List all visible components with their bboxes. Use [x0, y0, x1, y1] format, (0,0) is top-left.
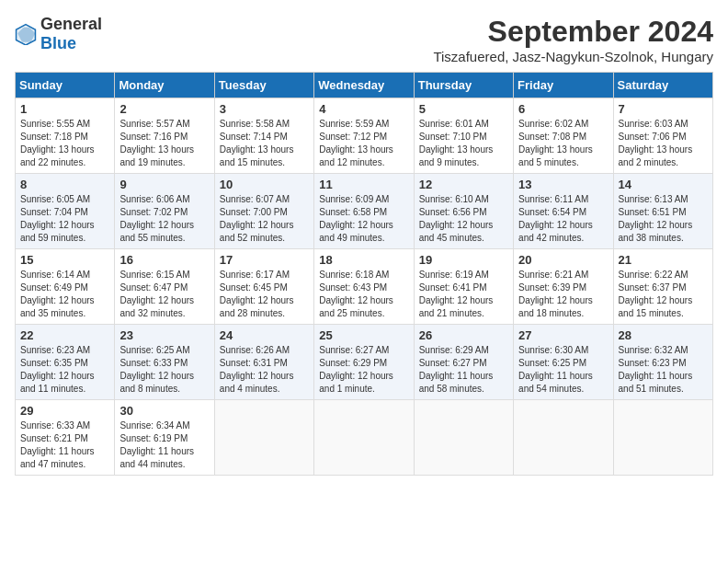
day-header-thursday: Thursday [414, 73, 513, 98]
calendar-cell [514, 400, 613, 476]
calendar-cell: 28Sunrise: 6:32 AM Sunset: 6:23 PM Dayli… [613, 325, 712, 400]
calendar-cell: 5Sunrise: 6:01 AM Sunset: 7:10 PM Daylig… [414, 98, 513, 174]
day-info: Sunrise: 6:33 AM Sunset: 6:21 PM Dayligh… [20, 419, 109, 471]
day-number: 12 [419, 178, 508, 191]
calendar-cell: 12Sunrise: 6:10 AM Sunset: 6:56 PM Dayli… [414, 174, 513, 249]
logo-icon [15, 23, 37, 45]
calendar-cell [214, 400, 313, 476]
calendar-cell: 11Sunrise: 6:09 AM Sunset: 6:58 PM Dayli… [314, 174, 414, 249]
day-info: Sunrise: 6:06 AM Sunset: 7:02 PM Dayligh… [119, 193, 209, 245]
day-number: 2 [119, 102, 209, 116]
week-row-4: 22Sunrise: 6:23 AM Sunset: 6:35 PM Dayli… [16, 325, 713, 400]
day-header-friday: Friday [514, 73, 613, 98]
subtitle: Tiszafuered, Jasz-Nagykun-Szolnok, Hunga… [433, 49, 713, 64]
day-number: 9 [119, 178, 209, 191]
title-area: September 2024 Tiszafuered, Jasz-Nagykun… [433, 15, 713, 64]
day-info: Sunrise: 6:29 AM Sunset: 6:27 PM Dayligh… [419, 344, 508, 396]
day-number: 3 [220, 102, 309, 116]
day-info: Sunrise: 6:17 AM Sunset: 6:45 PM Dayligh… [220, 269, 309, 320]
calendar-cell: 19Sunrise: 6:19 AM Sunset: 6:41 PM Dayli… [414, 249, 513, 325]
day-number: 21 [619, 253, 708, 267]
day-number: 28 [619, 328, 708, 342]
day-info: Sunrise: 6:10 AM Sunset: 6:56 PM Dayligh… [419, 193, 508, 245]
logo: General Blue [15, 15, 102, 53]
week-row-2: 8Sunrise: 6:05 AM Sunset: 7:04 PM Daylig… [16, 174, 713, 249]
day-number: 26 [419, 328, 508, 342]
calendar-table: SundayMondayTuesdayWednesdayThursdayFrid… [15, 72, 713, 476]
week-row-1: 1Sunrise: 5:55 AM Sunset: 7:18 PM Daylig… [16, 98, 713, 174]
day-info: Sunrise: 5:58 AM Sunset: 7:14 PM Dayligh… [220, 118, 309, 169]
day-number: 23 [119, 328, 209, 342]
day-number: 11 [319, 178, 408, 191]
calendar-cell: 24Sunrise: 6:26 AM Sunset: 6:31 PM Dayli… [214, 325, 313, 400]
header: General Blue September 2024 Tiszafuered,… [15, 15, 713, 64]
calendar-cell: 23Sunrise: 6:25 AM Sunset: 6:33 PM Dayli… [115, 325, 214, 400]
logo-general: General [40, 15, 102, 33]
day-info: Sunrise: 5:59 AM Sunset: 7:12 PM Dayligh… [319, 118, 408, 169]
calendar-cell: 6Sunrise: 6:02 AM Sunset: 7:08 PM Daylig… [514, 98, 613, 174]
day-info: Sunrise: 6:07 AM Sunset: 7:00 PM Dayligh… [220, 193, 309, 245]
calendar-cell: 10Sunrise: 6:07 AM Sunset: 7:00 PM Dayli… [214, 174, 313, 249]
day-number: 27 [518, 328, 608, 342]
day-number: 17 [220, 253, 309, 267]
day-info: Sunrise: 6:13 AM Sunset: 6:51 PM Dayligh… [619, 193, 708, 245]
calendar-cell [414, 400, 513, 476]
day-info: Sunrise: 6:19 AM Sunset: 6:41 PM Dayligh… [419, 269, 508, 320]
calendar-cell [314, 400, 414, 476]
day-info: Sunrise: 6:09 AM Sunset: 6:58 PM Dayligh… [319, 193, 408, 245]
day-number: 5 [419, 102, 508, 116]
calendar-cell: 18Sunrise: 6:18 AM Sunset: 6:43 PM Dayli… [314, 249, 414, 325]
day-info: Sunrise: 5:55 AM Sunset: 7:18 PM Dayligh… [20, 118, 109, 169]
day-header-saturday: Saturday [613, 73, 712, 98]
calendar-cell: 17Sunrise: 6:17 AM Sunset: 6:45 PM Dayli… [214, 249, 313, 325]
calendar-cell: 15Sunrise: 6:14 AM Sunset: 6:49 PM Dayli… [16, 249, 115, 325]
day-number: 8 [20, 178, 109, 191]
day-header-wednesday: Wednesday [314, 73, 414, 98]
calendar-cell: 14Sunrise: 6:13 AM Sunset: 6:51 PM Dayli… [613, 174, 712, 249]
day-info: Sunrise: 6:02 AM Sunset: 7:08 PM Dayligh… [518, 118, 608, 169]
day-number: 22 [20, 328, 109, 342]
day-info: Sunrise: 6:03 AM Sunset: 7:06 PM Dayligh… [619, 118, 708, 169]
day-headers: SundayMondayTuesdayWednesdayThursdayFrid… [16, 73, 713, 98]
calendar-cell: 8Sunrise: 6:05 AM Sunset: 7:04 PM Daylig… [16, 174, 115, 249]
week-row-3: 15Sunrise: 6:14 AM Sunset: 6:49 PM Dayli… [16, 249, 713, 325]
day-info: Sunrise: 6:11 AM Sunset: 6:54 PM Dayligh… [518, 193, 608, 245]
day-number: 6 [518, 102, 608, 116]
day-info: Sunrise: 6:23 AM Sunset: 6:35 PM Dayligh… [20, 344, 109, 396]
day-number: 4 [319, 102, 408, 116]
day-number: 25 [319, 328, 408, 342]
calendar-cell: 2Sunrise: 5:57 AM Sunset: 7:16 PM Daylig… [115, 98, 214, 174]
day-info: Sunrise: 6:15 AM Sunset: 6:47 PM Dayligh… [119, 269, 209, 320]
calendar-cell: 22Sunrise: 6:23 AM Sunset: 6:35 PM Dayli… [16, 325, 115, 400]
calendar-cell: 29Sunrise: 6:33 AM Sunset: 6:21 PM Dayli… [16, 400, 115, 476]
calendar-cell: 30Sunrise: 6:34 AM Sunset: 6:19 PM Dayli… [115, 400, 214, 476]
day-info: Sunrise: 6:01 AM Sunset: 7:10 PM Dayligh… [419, 118, 508, 169]
day-number: 16 [119, 253, 209, 267]
day-info: Sunrise: 6:32 AM Sunset: 6:23 PM Dayligh… [619, 344, 708, 396]
day-info: Sunrise: 6:05 AM Sunset: 7:04 PM Dayligh… [20, 193, 109, 245]
day-number: 13 [518, 178, 608, 191]
day-number: 30 [119, 404, 209, 418]
calendar-cell: 20Sunrise: 6:21 AM Sunset: 6:39 PM Dayli… [514, 249, 613, 325]
day-number: 29 [20, 404, 109, 418]
calendar-cell [613, 400, 712, 476]
week-row-5: 29Sunrise: 6:33 AM Sunset: 6:21 PM Dayli… [16, 400, 713, 476]
calendar-cell: 16Sunrise: 6:15 AM Sunset: 6:47 PM Dayli… [115, 249, 214, 325]
day-info: Sunrise: 5:57 AM Sunset: 7:16 PM Dayligh… [119, 118, 209, 169]
day-number: 20 [518, 253, 608, 267]
calendar-cell: 4Sunrise: 5:59 AM Sunset: 7:12 PM Daylig… [314, 98, 414, 174]
day-number: 24 [220, 328, 309, 342]
calendar-cell: 13Sunrise: 6:11 AM Sunset: 6:54 PM Dayli… [514, 174, 613, 249]
day-header-sunday: Sunday [16, 73, 115, 98]
day-number: 1 [20, 102, 109, 116]
calendar-cell: 21Sunrise: 6:22 AM Sunset: 6:37 PM Dayli… [613, 249, 712, 325]
day-number: 18 [319, 253, 408, 267]
day-number: 14 [619, 178, 708, 191]
main-title: September 2024 [433, 15, 713, 49]
day-info: Sunrise: 6:30 AM Sunset: 6:25 PM Dayligh… [518, 344, 608, 396]
day-number: 10 [220, 178, 309, 191]
calendar-cell: 1Sunrise: 5:55 AM Sunset: 7:18 PM Daylig… [16, 98, 115, 174]
calendar-cell: 9Sunrise: 6:06 AM Sunset: 7:02 PM Daylig… [115, 174, 214, 249]
day-header-tuesday: Tuesday [214, 73, 313, 98]
day-header-monday: Monday [115, 73, 214, 98]
